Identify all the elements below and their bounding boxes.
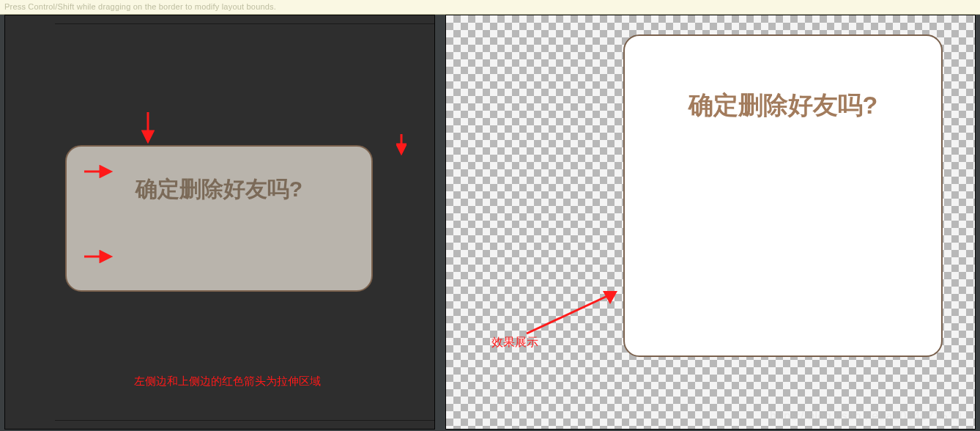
panel-divider[interactable]: [435, 15, 445, 431]
arrow-right-icon: [84, 165, 114, 178]
hint-bar: Press Control/Shift while dragging on th…: [0, 0, 980, 15]
arrow-down-icon: [396, 134, 407, 156]
annotation-caption-right: 效果展示: [491, 335, 538, 350]
annotation-caption-left: 左侧边和上侧边的红色箭头为拉伸区域: [134, 375, 321, 388]
preview-bubble: 确定删除好友吗?: [623, 34, 943, 357]
preview-panel: 确定删除好友吗? 效果展示 https://blog.csdn.net/a106…: [445, 15, 976, 430]
nine-patch-top-margin[interactable]: [55, 15, 434, 24]
arrow-diag-icon: [522, 288, 625, 342]
nine-patch-bottom-margin[interactable]: [55, 420, 434, 429]
preview-bubble-title: 确定删除好友吗?: [625, 36, 941, 122]
svg-line-0: [527, 295, 609, 334]
arrow-down-icon: [141, 112, 155, 144]
watermark: https://blog.csdn.net/a1064072510: [770, 410, 962, 423]
editor-canvas[interactable]: 确定删除好友吗? 左侧边和上侧边的红色箭头为拉伸区域: [55, 24, 434, 420]
workspace: 确定删除好友吗? 左侧边和上侧边的红色箭头为拉伸区域 确定删除好友吗?: [0, 15, 980, 431]
arrow-right-icon: [84, 250, 114, 263]
nine-patch-editor-panel: 确定删除好友吗? 左侧边和上侧边的红色箭头为拉伸区域: [4, 15, 435, 430]
